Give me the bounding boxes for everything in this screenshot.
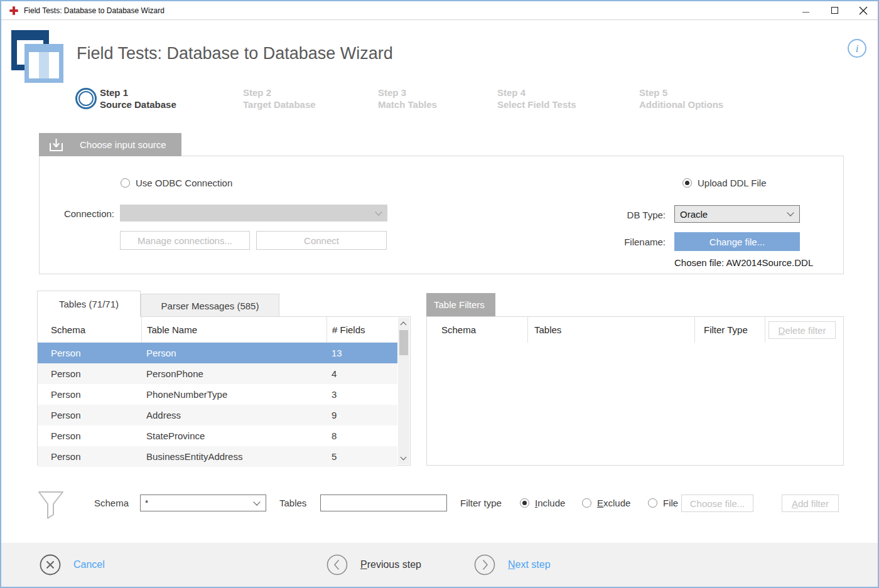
tab-parser-messages[interactable]: Parser Messages (585) bbox=[141, 294, 279, 317]
download-icon bbox=[48, 137, 65, 152]
column-table-name: Table Name bbox=[141, 317, 326, 342]
connection-dropdown bbox=[120, 205, 387, 222]
chosen-file-text: Chosen file: AW2014Source.DDL bbox=[674, 257, 813, 268]
step1-circle-icon bbox=[75, 88, 97, 109]
choose-file-button: Choose file... bbox=[681, 494, 753, 512]
tables-rows: Person Person 13 Person PersonPhone 4 Pe… bbox=[38, 343, 410, 467]
schema-filter-label: Schema bbox=[94, 498, 129, 508]
chevron-down-icon bbox=[787, 209, 794, 216]
close-button[interactable] bbox=[849, 1, 878, 19]
odbc-connection-radio[interactable]: Use ODBC Connection bbox=[121, 178, 232, 188]
app-cross-icon bbox=[9, 6, 19, 16]
tables-filter-label: Tables bbox=[279, 498, 306, 508]
include-radio[interactable]: Include bbox=[520, 498, 565, 508]
scroll-down-icon[interactable] bbox=[401, 454, 407, 461]
table-filters-section-header: Table Filters bbox=[426, 293, 495, 316]
table-row[interactable]: Person StateProvince 8 bbox=[38, 425, 397, 446]
change-file-button[interactable]: Change file... bbox=[674, 232, 800, 251]
chevron-left-circle-icon bbox=[326, 554, 348, 575]
tables-filter-input[interactable] bbox=[320, 494, 447, 511]
close-icon bbox=[859, 6, 868, 15]
tables-header-row: Schema Table Name # Fields bbox=[38, 317, 397, 343]
add-filter-button: Add filter bbox=[782, 494, 839, 512]
next-step-button[interactable]: Next step bbox=[474, 543, 551, 587]
connect-button: Connect bbox=[256, 231, 387, 250]
maximize-icon bbox=[831, 7, 838, 14]
table-row[interactable]: Person Address 9 bbox=[38, 405, 397, 425]
radio-checked-icon bbox=[682, 178, 692, 188]
connection-label: Connection: bbox=[39, 208, 114, 219]
app-logo bbox=[11, 29, 64, 83]
tables-panel: Schema Table Name # Fields Person Person… bbox=[37, 316, 411, 466]
cancel-circle-icon bbox=[40, 554, 61, 575]
cancel-button[interactable]: Cancel bbox=[40, 543, 105, 587]
column-tables: Tables bbox=[527, 317, 694, 343]
table-row[interactable]: Person PhoneNumberType 3 bbox=[38, 384, 397, 405]
chevron-down-icon bbox=[375, 208, 382, 215]
column-schema: Schema bbox=[427, 324, 527, 335]
exclude-radio[interactable]: Exclude bbox=[582, 498, 630, 508]
radio-icon bbox=[582, 498, 591, 508]
radio-icon bbox=[648, 498, 657, 508]
scrollbar-thumb[interactable] bbox=[399, 330, 408, 355]
schema-filter-dropdown[interactable]: * bbox=[140, 494, 266, 511]
radio-checked-icon bbox=[520, 498, 529, 508]
file-radio[interactable]: File bbox=[648, 498, 678, 508]
tab-tables[interactable]: Tables (71/71) bbox=[37, 291, 141, 317]
step-3-match-tables: Step 3Match Tables bbox=[378, 87, 437, 110]
column-filter-type: Filter Type bbox=[694, 317, 765, 343]
table-row[interactable]: Person Person 13 bbox=[38, 343, 397, 363]
column-fields: # Fields bbox=[326, 317, 397, 342]
table-row[interactable]: Person BusinessEntityAddress 5 bbox=[38, 446, 397, 467]
app-window: Field Tests: Database to Database Wizard… bbox=[0, 0, 879, 588]
radio-icon bbox=[121, 178, 130, 188]
table-filters-panel: Schema Tables Filter Type Delete filter bbox=[426, 316, 844, 466]
chevron-right-circle-icon bbox=[474, 554, 495, 575]
filter-type-label: Filter type bbox=[460, 498, 502, 508]
previous-step-button[interactable]: Previous step bbox=[326, 543, 421, 587]
step-5-additional-options: Step 5Additional Options bbox=[639, 87, 723, 110]
table-row[interactable]: Person PersonPhone 4 bbox=[38, 363, 397, 384]
chevron-down-icon bbox=[253, 498, 260, 505]
scroll-up-icon[interactable] bbox=[401, 322, 407, 328]
vertical-scrollbar[interactable] bbox=[398, 318, 409, 464]
info-icon[interactable]: i bbox=[848, 39, 866, 58]
window-title: Field Tests: Database to Database Wizard bbox=[24, 6, 164, 15]
db-type-label: DB Type: bbox=[591, 210, 666, 220]
funnel-icon bbox=[38, 491, 64, 520]
column-schema: Schema bbox=[38, 324, 141, 335]
step-1-source-database[interactable]: Step 1Source Database bbox=[100, 87, 176, 110]
titlebar: Field Tests: Database to Database Wizard bbox=[1, 1, 878, 20]
step-2-target-database: Step 2Target Database bbox=[243, 87, 316, 110]
manage-connections-button: Manage connections... bbox=[120, 231, 250, 250]
step-4-select-field-tests: Step 4Select Field Tests bbox=[497, 87, 576, 110]
db-type-dropdown[interactable]: Oracle bbox=[674, 205, 800, 223]
minimize-button[interactable] bbox=[791, 1, 820, 19]
maximize-button[interactable] bbox=[820, 1, 849, 19]
upload-ddl-radio[interactable]: Upload DDL File bbox=[682, 178, 767, 188]
footer-bar: Cancel Previous step Next step bbox=[1, 543, 878, 587]
filename-label: Filename: bbox=[591, 237, 666, 247]
minimize-icon bbox=[802, 12, 809, 13]
delete-filter-button: Delete filter bbox=[768, 321, 836, 339]
page-title: Field Tests: Database to Database Wizard bbox=[77, 44, 393, 63]
input-source-section-header: Choose input source bbox=[39, 133, 181, 156]
